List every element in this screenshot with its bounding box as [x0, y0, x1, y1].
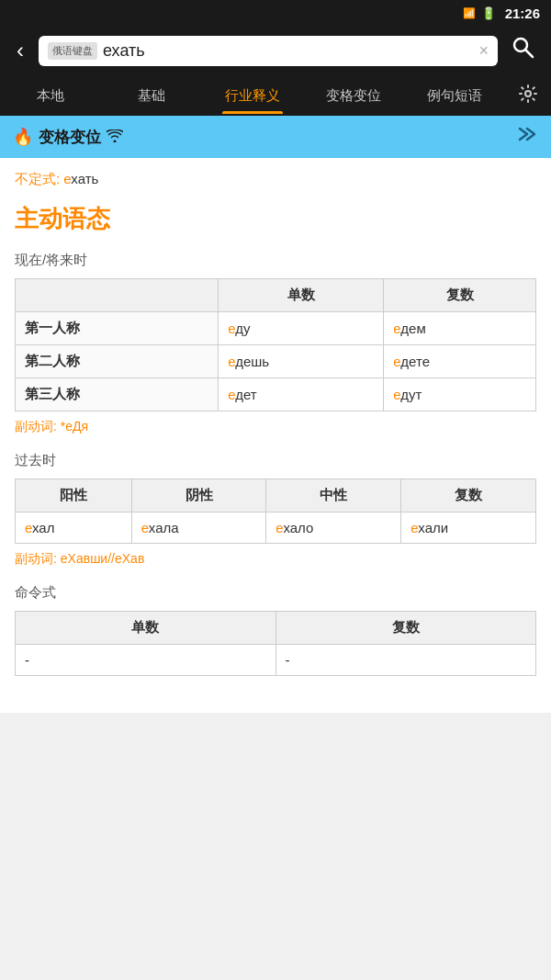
- back-button[interactable]: ‹: [9, 34, 31, 67]
- person-second: 第二人称: [16, 345, 219, 378]
- nav-tabs: 本地 基础 行业释义 变格变位 例句短语: [0, 75, 551, 116]
- past-tense-table: 阳性 阴性 中性 复数 ехал ехала ехало ехали: [15, 479, 536, 544]
- search-button[interactable]: [505, 31, 542, 71]
- keyboard-tag: 俄语键盘: [48, 42, 97, 60]
- battery-icon: 🔋: [481, 6, 496, 20]
- section-header: 🔥 变格变位: [0, 116, 551, 158]
- col-header-empty: [16, 279, 219, 312]
- time-display: 21:26: [505, 6, 540, 21]
- col-neut: 中性: [266, 479, 401, 513]
- imp-plural: -: [276, 645, 536, 676]
- imp-col-singular: 单数: [16, 612, 276, 645]
- col-header-plural: 复数: [384, 279, 536, 312]
- person-first: 第一人称: [16, 312, 219, 345]
- present-tense-table: 单数 复数 第一人称 еду едем 第二人称 едешь едете 第三人…: [15, 278, 536, 411]
- imp-col-plural: 复数: [276, 612, 536, 645]
- imp-singular: -: [16, 645, 276, 676]
- main-content: 不定式: ехать 主动语态 现在/将来时 单数 复数 第一人称 еду ед…: [0, 158, 551, 713]
- tab-examples[interactable]: 例句短语: [404, 78, 505, 114]
- fire-icon: 🔥: [13, 127, 33, 147]
- past-plur: ехали: [401, 513, 536, 544]
- section-title-text: 变格变位: [39, 127, 101, 148]
- past-fem: ехала: [131, 513, 266, 544]
- col-fem: 阴性: [131, 479, 266, 513]
- search-value: ехать: [103, 41, 473, 61]
- table-row: 第三人称 едет едут: [16, 378, 536, 411]
- status-bar: 📶 🔋 21:26: [0, 0, 551, 26]
- content-area: 🔥 变格变位 不定式: ехать: [0, 116, 551, 713]
- settings-button[interactable]: [505, 74, 551, 118]
- past-tense-label: 过去时: [15, 452, 536, 469]
- past-neut: ехало: [266, 513, 401, 544]
- infinitive-line: 不定式: ехать: [15, 171, 536, 188]
- col-header-singular: 单数: [219, 279, 384, 312]
- table-row: 第一人称 еду едем: [16, 312, 536, 345]
- col-masc: 阳性: [16, 479, 132, 513]
- second-singular: едешь: [219, 345, 384, 378]
- tab-local[interactable]: 本地: [0, 78, 101, 114]
- search-input-wrap[interactable]: 俄语键盘 ехать ×: [39, 36, 498, 66]
- table-row: ехал ехала ехало ехали: [16, 513, 536, 544]
- voice-title: 主动语态: [15, 203, 536, 235]
- tab-conjugation[interactable]: 变格变位: [303, 78, 404, 114]
- person-third: 第三人称: [16, 378, 219, 411]
- col-plur: 复数: [401, 479, 536, 513]
- expand-button[interactable]: [516, 125, 538, 149]
- table-row: 第二人称 едешь едете: [16, 345, 536, 378]
- first-singular: еду: [219, 312, 384, 345]
- svg-point-2: [525, 91, 531, 96]
- third-singular: едет: [219, 378, 384, 411]
- tab-industry[interactable]: 行业释义: [202, 78, 303, 114]
- past-masc: ехал: [16, 513, 132, 544]
- wifi-icon: [107, 130, 123, 145]
- search-bar: ‹ 俄语键盘 ехать ×: [0, 26, 551, 75]
- past-participle-note: 副动词: еХавши//еХав: [15, 551, 536, 568]
- imperative-table: 单数 复数 - -: [15, 611, 536, 676]
- third-plural: едут: [384, 378, 536, 411]
- present-participle-note: 副动词: *еДя: [15, 419, 536, 435]
- first-plural: едем: [384, 312, 536, 345]
- infinitive-label: 不定式:: [15, 171, 60, 186]
- signal-icon: 📶: [463, 7, 476, 19]
- tab-basic[interactable]: 基础: [101, 78, 202, 114]
- table-row: - -: [16, 645, 536, 676]
- imperative-label: 命令式: [15, 584, 536, 602]
- present-tense-label: 现在/将来时: [15, 252, 536, 269]
- clear-button[interactable]: ×: [478, 41, 489, 61]
- second-plural: едете: [384, 345, 536, 378]
- section-header-title: 🔥 变格变位: [13, 127, 516, 148]
- infinitive-rest: хать: [71, 171, 98, 186]
- svg-line-1: [526, 50, 534, 57]
